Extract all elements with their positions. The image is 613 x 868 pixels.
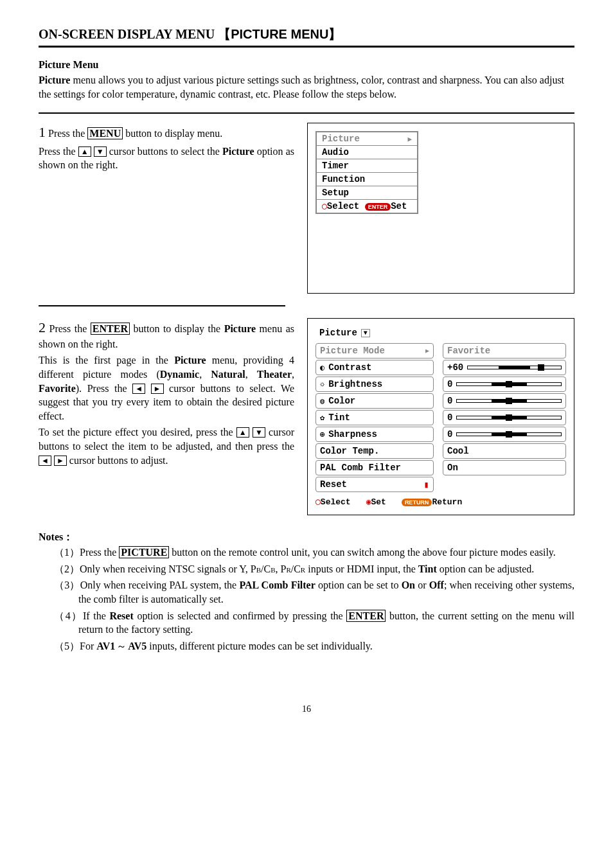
osd-main-menu-panel: Picture ▶ Audio Timer Function Setup ◯Se…: [307, 123, 574, 294]
osd-row-pal-comb-filter[interactable]: PAL Comb FilterOn: [315, 460, 566, 475]
osd-row-value-text: 0: [447, 412, 452, 423]
page-number: 16: [39, 704, 574, 714]
slider[interactable]: [456, 416, 562, 420]
right-arrow-icon: ▶: [425, 347, 429, 355]
osd-row-reset[interactable]: Reset▮: [315, 477, 566, 492]
slider-thumb[interactable]: [506, 398, 512, 404]
contrast-icon: ◐: [320, 363, 324, 373]
osd-set-label: Set: [371, 497, 386, 507]
step-2-para-2: This is the first page in the Picture me…: [39, 353, 294, 423]
osd-item-setup[interactable]: Setup: [316, 186, 418, 200]
osd-item-picture[interactable]: Picture ▶: [316, 132, 418, 146]
slider[interactable]: [456, 382, 562, 386]
divider: [39, 112, 574, 114]
step-1-line-2: Press the ▲ ▼ cursor buttons to select t…: [39, 145, 294, 172]
divider: [39, 46, 574, 48]
osd-select-label: Select: [321, 497, 351, 507]
select-icon: ◯: [315, 498, 321, 506]
step-2-para-3: To set the picture effect you desired, p…: [39, 425, 294, 467]
osd-row-contrast[interactable]: ◐Contrast+60: [315, 360, 566, 375]
return-pill-icon: RETURN: [402, 499, 432, 506]
note-3: （3）Only when receiving PAL system, the P…: [54, 578, 574, 606]
picture-button-label: PICTURE: [119, 546, 169, 558]
left-arrow-icon: ◄: [132, 384, 145, 394]
osd-item-timer[interactable]: Timer: [316, 159, 418, 173]
osd-row-label-text: Picture Mode: [320, 346, 385, 356]
intro-word-picture: Picture: [39, 75, 70, 85]
osd-row-label-text: Tint: [328, 412, 350, 423]
osd-item-function[interactable]: Function: [316, 173, 418, 186]
osd-picture-title: Picture ▼: [315, 326, 374, 339]
osd-row-value-text: 0: [447, 396, 452, 406]
menu-button-label: MENU: [87, 127, 123, 139]
down-arrow-icon: ▼: [253, 427, 265, 438]
step-number-2: 2: [39, 319, 46, 335]
osd-row-sharpness[interactable]: ⊕Sharpness0: [315, 427, 566, 442]
osd-row-value: 0: [443, 376, 566, 392]
select-icon: ◯: [322, 202, 327, 211]
picture-word: Picture: [224, 323, 256, 334]
down-arrow-icon: ▼: [361, 329, 370, 337]
divider: [39, 305, 285, 306]
osd-row-picture-mode[interactable]: Picture Mode▶Favorite: [315, 343, 566, 359]
osd-picture-grid: Picture Mode▶Favorite◐Contrast+60☼Bright…: [315, 343, 566, 492]
osd-row-tint[interactable]: ✿Tint0: [315, 410, 566, 425]
osd-item-audio[interactable]: Audio: [316, 146, 418, 159]
osd-row-label: ◍Color: [315, 393, 434, 409]
note-5: （5）For AV1～AV5 inputs, different picture…: [54, 639, 574, 653]
right-arrow-icon: ►: [54, 456, 67, 466]
osd-row-label: PAL Comb Filter: [315, 460, 434, 475]
note-1: （1）Press the PICTURE button on the remot…: [54, 545, 574, 560]
slider-thumb[interactable]: [506, 414, 512, 421]
osd-row-label: ◐Contrast: [315, 360, 434, 375]
osd-label: Setup: [322, 188, 349, 198]
osd-row-value: 0: [443, 427, 566, 442]
osd-row-value: Favorite: [443, 343, 566, 359]
osd-row-label-text: Brightness: [328, 379, 382, 389]
osd-label: Timer: [322, 161, 349, 171]
title-prefix: ON-SCREEN DISPLAY MENU: [39, 27, 215, 41]
osd-footer: ◯Select ENTERSet: [316, 200, 418, 213]
step-1-line-1: 1 Press the MENU button to display menu.: [39, 123, 294, 142]
slider[interactable]: [456, 399, 562, 403]
step-1-row: 1 Press the MENU button to display menu.…: [39, 123, 574, 294]
osd-select-label: Select: [327, 201, 359, 211]
osd-row-label: Reset▮: [315, 477, 434, 492]
osd-row-color[interactable]: ◍Color0: [315, 393, 566, 409]
osd-row-label: ✿Tint: [315, 410, 434, 425]
osd-row-brightness[interactable]: ☼Brightness0: [315, 376, 566, 392]
osd-label: Audio: [322, 147, 349, 157]
step-1-text: 1 Press the MENU button to display menu.…: [39, 123, 294, 175]
right-arrow-icon: ►: [151, 384, 164, 394]
osd-row-label-text: Reset: [320, 479, 347, 490]
slider[interactable]: [456, 432, 562, 436]
step-2-line-1: 2 Press the ENTER button to display the …: [39, 318, 294, 351]
slider-thumb[interactable]: [538, 364, 544, 371]
page-title: ON-SCREEN DISPLAY MENU 【PICTURE MENU】: [39, 26, 574, 43]
sharpness-icon: ⊕: [320, 430, 324, 439]
color-icon: ◍: [320, 396, 324, 406]
osd-picture-footer: ◯Select ◉Set RETURNReturn: [315, 497, 566, 507]
osd-row-value-text: 0: [447, 379, 452, 389]
left-arrow-icon: ◄: [39, 456, 51, 466]
osd-row-label-text: Color: [328, 396, 355, 406]
osd-row-label-text: Contrast: [328, 362, 371, 373]
step-2-row: 2 Press the ENTER button to display the …: [39, 318, 574, 515]
up-arrow-icon: ▲: [78, 146, 91, 157]
osd-row-color-temp-[interactable]: Color Temp.Cool: [315, 443, 566, 459]
slider-thumb[interactable]: [506, 381, 512, 387]
enter-button-label: ENTER: [91, 323, 130, 335]
osd-set-label: Set: [391, 201, 407, 211]
osd-row-label: Color Temp.: [315, 443, 434, 459]
step-2-text: 2 Press the ENTER button to display the …: [39, 318, 294, 470]
osd-row-label: ⊕Sharpness: [315, 427, 434, 442]
slider[interactable]: [467, 366, 562, 369]
notes-list: （1）Press the PICTURE button on the remot…: [39, 545, 574, 653]
slider-thumb[interactable]: [506, 431, 512, 438]
tint-icon: ✿: [320, 413, 324, 423]
notes-heading: Notes：: [39, 531, 574, 544]
osd-row-label: Picture Mode▶: [315, 343, 434, 359]
title-bracket: 【PICTURE MENU】: [218, 27, 341, 41]
osd-row-label-text: Color Temp.: [320, 446, 379, 456]
osd-row-value-text: On: [447, 463, 458, 473]
